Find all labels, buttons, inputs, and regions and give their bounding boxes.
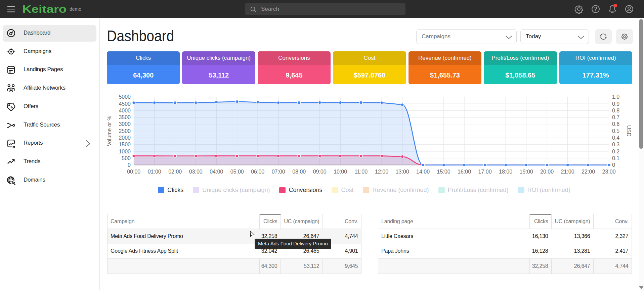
svg-text:1500: 1500 [119,142,131,147]
svg-text:1.0: 1.0 [612,94,619,100]
svg-text:5000: 5000 [119,94,131,100]
svg-text:18:00: 18:00 [499,169,512,175]
svg-text:0.2: 0.2 [612,149,619,154]
svg-text:19:00: 19:00 [520,169,533,175]
svg-text:20:00: 20:00 [540,169,554,175]
svg-text:USD: USD [626,125,632,137]
svg-text:4500: 4500 [119,101,131,107]
svg-text:07:00: 07:00 [272,169,285,175]
svg-text:0.9: 0.9 [612,101,619,107]
svg-text:0.3: 0.3 [612,142,619,147]
svg-text:0.5: 0.5 [612,128,619,134]
svg-text:2000: 2000 [119,135,131,141]
svg-text:03:00: 03:00 [189,169,203,175]
svg-text:11:00: 11:00 [354,169,368,175]
svg-text:17:00: 17:00 [478,169,492,175]
svg-text:08:00: 08:00 [292,169,306,175]
svg-text:1000: 1000 [119,149,131,154]
svg-text:21:00: 21:00 [561,169,574,175]
svg-text:05:00: 05:00 [230,169,244,175]
svg-text:02:00: 02:00 [168,169,182,175]
svg-text:14:00: 14:00 [416,169,430,175]
svg-text:13:00: 13:00 [396,169,409,175]
svg-text:10:00: 10:00 [334,169,347,175]
svg-text:0.7: 0.7 [612,114,619,120]
svg-text:4000: 4000 [119,108,131,113]
svg-text:3000: 3000 [119,121,131,127]
svg-text:16:00: 16:00 [458,169,471,175]
svg-text:01:00: 01:00 [148,169,161,175]
svg-text:0.1: 0.1 [612,155,619,161]
svg-text:12:00: 12:00 [375,169,388,175]
svg-text:22:00: 22:00 [582,169,595,175]
svg-text:09:00: 09:00 [313,169,327,175]
svg-text:0.6: 0.6 [612,121,619,127]
svg-text:04:00: 04:00 [210,169,223,175]
svg-text:23:00: 23:00 [602,169,616,175]
svg-text:00:00: 00:00 [127,169,140,175]
svg-text:2500: 2500 [119,128,131,134]
svg-text:3500: 3500 [119,114,131,120]
svg-text:500: 500 [122,155,131,161]
svg-text:0: 0 [128,162,131,168]
svg-text:15:00: 15:00 [437,169,450,175]
svg-text:0.4: 0.4 [612,135,619,141]
svg-text:0: 0 [612,162,615,168]
svg-text:Volume or %: Volume or % [106,116,112,146]
svg-text:06:00: 06:00 [251,169,264,175]
svg-text:0.8: 0.8 [612,108,619,113]
